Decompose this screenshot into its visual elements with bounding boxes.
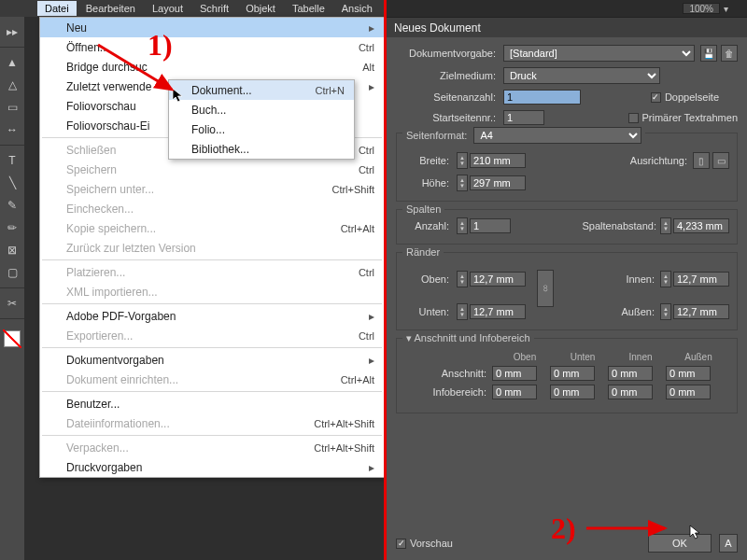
menu-item: Verpacken...Ctrl+Alt+Shift: [40, 438, 384, 457]
menu-item[interactable]: Adobe PDF-Vorgaben: [40, 306, 384, 326]
dialog-title: Neues Dokument: [387, 17, 747, 37]
collapse-icon[interactable]: ▸▸: [3, 22, 21, 41]
margin-top-label: Oben:: [404, 273, 457, 285]
slug-bottom-input[interactable]: [550, 385, 595, 399]
spinner-icon[interactable]: ▲▼: [457, 175, 468, 191]
submenu-item[interactable]: Bibliothek...: [169, 139, 354, 159]
pages-input[interactable]: [503, 90, 581, 105]
menu-item[interactable]: Öffnen...Ctrl: [40, 37, 384, 57]
menu-datei[interactable]: Datei: [37, 1, 77, 16]
column-count-input[interactable]: [470, 218, 511, 233]
intent-label: Zielmedium:: [396, 70, 503, 81]
primary-textframe-checkbox[interactable]: Primärer Textrahmen: [628, 112, 739, 123]
margin-inner-input[interactable]: [673, 272, 729, 287]
facing-pages-checkbox[interactable]: ✓Doppelseite: [651, 91, 719, 103]
bleed-header-row: ObenUntenInnenAußen: [404, 352, 729, 362]
menu-item: Platzieren...Ctrl: [40, 262, 384, 282]
menu-item: Dateiinformationen...Ctrl+Alt+Shift: [40, 413, 384, 433]
file-new-submenu[interactable]: Dokument...Ctrl+NBuch...Folio...Biblioth…: [168, 79, 355, 160]
document-preset-label: Dokumentvorgabe:: [396, 48, 503, 59]
gutter-input[interactable]: [673, 218, 729, 233]
menu-item[interactable]: Dokumentvorgaben: [40, 350, 384, 370]
startpage-input[interactable]: [503, 110, 544, 125]
height-label: Höhe:: [404, 177, 457, 189]
line-tool-icon[interactable]: ╲: [3, 174, 21, 192]
margin-outer-input[interactable]: [673, 304, 729, 319]
selection-tool-icon[interactable]: ▲: [3, 53, 21, 72]
pageformat-label: Seitenformat:: [406, 130, 467, 141]
margin-outer-label: Außen:: [619, 306, 660, 317]
startpage-label: Startseitennr.:: [396, 112, 503, 123]
pages-label: Seitenanzahl:: [396, 91, 503, 103]
spinner-icon[interactable]: ▲▼: [660, 217, 671, 234]
ok-button[interactable]: OK: [648, 534, 712, 553]
spinner-icon[interactable]: ▲▼: [660, 271, 671, 287]
direct-selection-tool-icon[interactable]: △: [3, 76, 21, 94]
menu-item: Kopie speichern...Ctrl+Alt: [40, 218, 384, 238]
spinner-icon[interactable]: ▲▼: [660, 303, 671, 320]
annotation-1: 1): [148, 28, 173, 63]
width-label: Breite:: [404, 155, 457, 166]
menu-item[interactable]: Druckvorgaben: [40, 457, 384, 477]
menu-schrift[interactable]: Schrift: [192, 1, 236, 16]
menu-item: XML importieren...: [40, 282, 384, 301]
save-preset-icon[interactable]: 💾: [700, 45, 717, 62]
bleed-label: Anschnitt:: [404, 368, 492, 379]
menu-item[interactable]: Benutzer...: [40, 394, 384, 413]
link-margins-icon[interactable]: 𝟾: [537, 270, 554, 307]
pageformat-select[interactable]: A4: [473, 127, 641, 144]
rectangle-tool-icon[interactable]: ▢: [3, 263, 21, 282]
submenu-item[interactable]: Folio...: [169, 119, 354, 139]
height-input[interactable]: [470, 175, 526, 190]
preview-checkbox[interactable]: ✓Vorschau: [396, 538, 453, 549]
gutter-label: Spaltenabstand:: [582, 220, 656, 231]
menu-tabelle[interactable]: Tabelle: [285, 1, 332, 16]
spinner-icon[interactable]: ▲▼: [457, 271, 468, 287]
width-input[interactable]: [470, 153, 526, 168]
menu-item: Einchecken...: [40, 199, 384, 218]
menu-item: Dokument einrichten...Ctrl+Alt: [40, 370, 384, 389]
bleed-inner-input[interactable]: [608, 366, 653, 381]
submenu-item[interactable]: Buch...: [169, 100, 354, 119]
orientation-label: Ausrichtung:: [630, 155, 687, 166]
menu-item[interactable]: Bridge durchsucAlt: [40, 57, 384, 77]
zoom-value[interactable]: 100%: [683, 3, 720, 14]
scissors-tool-icon[interactable]: ✂: [3, 294, 21, 313]
bleed-top-input[interactable]: [492, 366, 537, 381]
more-button[interactable]: A: [719, 534, 738, 553]
menu-item[interactable]: Neu: [40, 18, 384, 37]
pen-tool-icon[interactable]: ✎: [3, 196, 21, 215]
spinner-icon[interactable]: ▲▼: [457, 152, 468, 169]
document-preset-select[interactable]: [Standard]: [503, 45, 695, 62]
gap-tool-icon[interactable]: ↔: [3, 120, 21, 139]
type-tool-icon[interactable]: T: [3, 151, 21, 170]
margin-bottom-label: Unten:: [404, 306, 457, 317]
menu-ansich[interactable]: Ansich: [334, 1, 380, 16]
menu-bearbeiten[interactable]: Bearbeiten: [78, 1, 143, 16]
spinner-icon[interactable]: ▲▼: [457, 217, 468, 234]
bleed-outer-input[interactable]: [666, 366, 711, 381]
panel-separator: ▾: [724, 4, 728, 14]
slug-outer-input[interactable]: [666, 385, 711, 399]
slug-label: Infobereich:: [404, 386, 492, 398]
orientation-portrait-icon[interactable]: ▯: [693, 152, 710, 169]
menu-layout[interactable]: Layout: [145, 1, 190, 16]
orientation-landscape-icon[interactable]: ▭: [712, 152, 729, 169]
menu-item: Speichern unter...Ctrl+Shift: [40, 179, 384, 199]
intent-select[interactable]: Druck: [503, 67, 660, 84]
delete-preset-icon[interactable]: 🗑: [721, 45, 738, 62]
spinner-icon[interactable]: ▲▼: [457, 303, 468, 320]
fill-stroke-swatch[interactable]: [4, 330, 21, 347]
margin-top-input[interactable]: [470, 272, 526, 287]
menu-item: Zurück zur letzten Version: [40, 238, 384, 258]
page-tool-icon[interactable]: ▭: [3, 98, 21, 117]
slug-top-input[interactable]: [492, 385, 537, 399]
menu-objekt[interactable]: Objekt: [238, 1, 283, 16]
rectangle-frame-tool-icon[interactable]: ⊠: [3, 241, 21, 259]
bleed-bottom-input[interactable]: [550, 366, 595, 381]
pencil-tool-icon[interactable]: ✏: [3, 218, 21, 237]
margin-bottom-input[interactable]: [470, 304, 526, 319]
bleed-group-title: ▾ Anschnitt und Infobereich: [402, 332, 534, 344]
submenu-item[interactable]: Dokument...Ctrl+N: [169, 80, 354, 100]
slug-inner-input[interactable]: [608, 385, 653, 399]
